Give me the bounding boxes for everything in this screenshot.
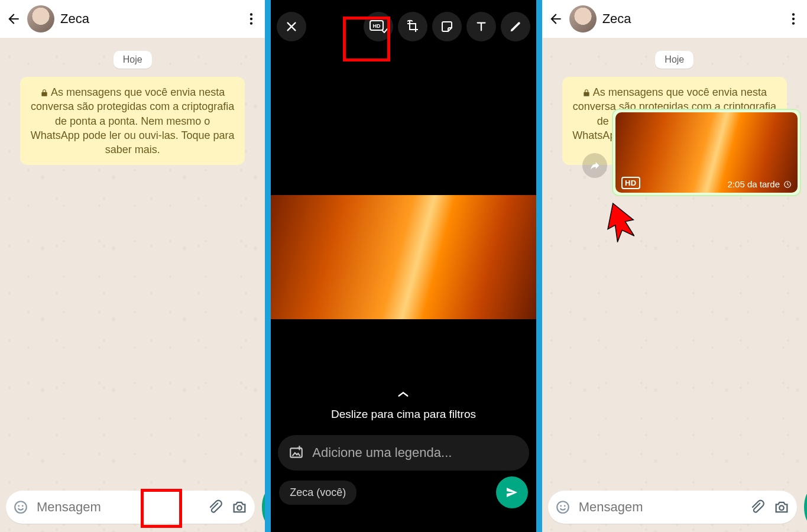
svg-point-0 [250, 13, 252, 15]
svg-point-17 [779, 505, 783, 510]
svg-point-3 [15, 501, 27, 513]
back-icon[interactable] [548, 11, 563, 27]
hd-badge: HD [621, 177, 640, 189]
message-time: 2:05 da tarde [728, 179, 780, 189]
svg-point-12 [792, 22, 795, 24]
chevron-up-icon [397, 390, 410, 398]
close-icon [285, 20, 298, 33]
highlight-box-attach [141, 489, 182, 528]
input-row [6, 491, 259, 524]
encryption-notice[interactable]: As mensagens que você envia nesta conver… [20, 77, 245, 165]
svg-point-11 [792, 18, 795, 20]
mic-icon [262, 500, 265, 514]
contact-name[interactable]: Zeca [602, 11, 631, 27]
highlight-arrow [605, 201, 634, 242]
editor-toolbar: HD [271, 0, 536, 53]
caption-placeholder: Adicione uma legenda... [312, 445, 452, 460]
clock-icon [783, 180, 792, 189]
lock-icon [582, 89, 591, 97]
forward-button[interactable] [582, 153, 607, 178]
sticker-icon [440, 20, 454, 34]
sticker-button[interactable] [432, 12, 462, 41]
chat-header: Zeca [542, 0, 807, 38]
highlight-box-hd [343, 17, 390, 61]
message-image[interactable]: HD 2:05 da tarde [615, 112, 798, 193]
add-image-icon [289, 445, 304, 460]
chat-panel-after: Zeca Hoje As mensagens que você envia ne… [542, 0, 807, 532]
message-bubble-out[interactable]: HD 2:05 da tarde [612, 109, 801, 196]
emoji-icon[interactable] [13, 499, 28, 515]
text-button[interactable] [466, 12, 496, 41]
svg-point-15 [560, 505, 562, 507]
lock-icon [40, 89, 48, 97]
back-icon[interactable] [6, 11, 21, 27]
filters-hint-text: Deslize para cima para filtros [331, 408, 476, 420]
message-input-pill [6, 491, 255, 524]
camera-icon[interactable] [773, 499, 790, 515]
avatar[interactable] [569, 5, 597, 33]
date-pill: Hoje [655, 51, 693, 69]
date-pill: Hoje [114, 51, 152, 69]
kebab-menu-icon[interactable] [786, 11, 801, 27]
svg-point-4 [18, 505, 20, 507]
encryption-text: As mensagens que você envia nesta conver… [31, 86, 235, 155]
svg-rect-9 [291, 448, 303, 457]
crop-rotate-icon [406, 20, 420, 34]
input-row [548, 491, 801, 524]
filters-hint[interactable]: Deslize para cima para filtros [331, 390, 476, 421]
svg-point-10 [792, 13, 795, 15]
image-editor-panel: HD Deslize para cima para filtros Adicio… [271, 0, 536, 532]
camera-icon[interactable] [231, 499, 248, 515]
send-button[interactable] [496, 476, 528, 508]
message-input[interactable] [579, 499, 741, 515]
chat-panel-before: Zeca Hoje As mensagens que você envia ne… [0, 0, 265, 532]
svg-point-5 [22, 505, 24, 507]
text-icon [475, 20, 488, 33]
send-icon [505, 485, 519, 499]
emoji-icon[interactable] [555, 499, 571, 515]
attach-icon[interactable] [750, 499, 765, 515]
recipient-chip[interactable]: Zeca (você) [279, 481, 356, 505]
message-input-pill [548, 491, 797, 524]
send-row: Zeca (você) [279, 476, 527, 508]
svg-point-14 [557, 501, 569, 513]
kebab-menu-icon[interactable] [244, 11, 259, 27]
caption-input[interactable]: Adicione uma legenda... [278, 435, 529, 471]
close-button[interactable] [277, 12, 306, 41]
mic-icon [804, 500, 807, 514]
chat-body: Hoje As mensagens que você envia nesta c… [542, 38, 807, 532]
forward-icon [589, 160, 601, 171]
svg-point-1 [250, 18, 252, 20]
svg-point-16 [563, 505, 565, 507]
svg-point-6 [237, 505, 241, 510]
crop-rotate-button[interactable] [398, 12, 427, 41]
contact-name[interactable]: Zeca [60, 11, 89, 27]
pencil-icon [509, 20, 522, 33]
attach-icon[interactable] [208, 499, 223, 515]
message-meta: 2:05 da tarde [728, 179, 792, 189]
svg-point-2 [250, 22, 252, 24]
chat-body: Hoje As mensagens que você envia nesta c… [0, 38, 265, 532]
chat-header: Zeca [0, 0, 265, 38]
avatar[interactable] [27, 5, 54, 33]
draw-button[interactable] [501, 12, 530, 41]
image-preview[interactable] [271, 195, 536, 319]
